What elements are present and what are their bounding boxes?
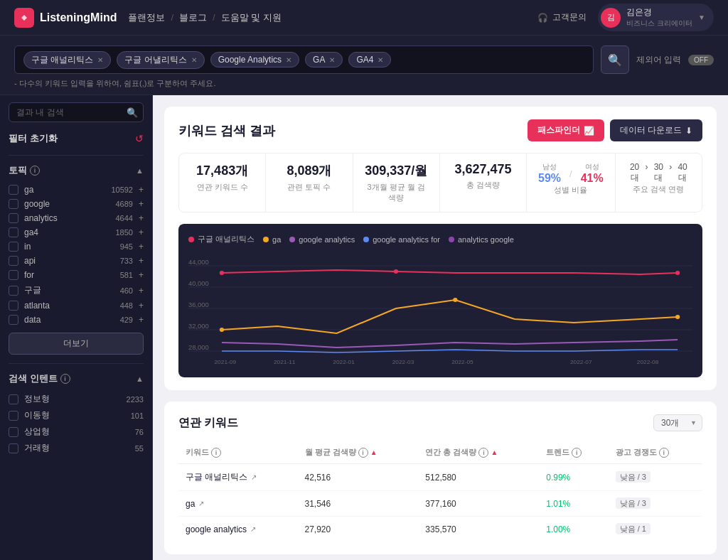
add-icon[interactable]: + <box>139 270 144 280</box>
add-icon[interactable]: + <box>139 242 144 252</box>
topic-checkbox-gugul[interactable] <box>9 286 18 296</box>
intent-name[interactable]: 거래형 <box>24 442 129 454</box>
external-link-icon: ↗ <box>251 473 257 481</box>
toggle-button[interactable]: OFF <box>688 55 714 65</box>
pathfinder-button[interactable]: 패스파인더 📈 <box>528 119 604 141</box>
td-keyword: 구글 애널리틱스 ↗ <box>178 464 298 491</box>
add-icon[interactable]: + <box>139 227 144 237</box>
more-button[interactable]: 더보기 <box>9 333 144 355</box>
chevron-down-icon: ▼ <box>698 14 705 21</box>
logo[interactable]: ListeningMind <box>14 8 117 28</box>
add-icon[interactable]: + <box>139 185 144 195</box>
topic-name[interactable]: ga4 <box>24 227 110 237</box>
table-row: ga ↗ 31,546 377,160 1.01% 낮음 / 3 <box>178 491 702 517</box>
reset-icon[interactable]: ↺ <box>135 133 144 144</box>
topic-item: 구글 460 + <box>9 282 144 298</box>
tag-close-icon[interactable]: ✕ <box>378 56 383 64</box>
tag-close-icon[interactable]: ✕ <box>329 56 335 64</box>
intent-checkbox-nav[interactable] <box>9 411 18 421</box>
add-icon[interactable]: + <box>139 213 144 223</box>
nav-blog[interactable]: 블로그 <box>179 11 207 24</box>
td-annual: 512,580 <box>418 464 539 491</box>
age-sep1: › <box>646 162 648 184</box>
intent-name[interactable]: 정보형 <box>24 393 121 405</box>
stat-label: 연관 키워드 수 <box>191 182 254 193</box>
tag-close-icon[interactable]: ✕ <box>191 56 197 64</box>
topic-checkbox-for[interactable] <box>9 270 18 280</box>
tag-4[interactable]: GA ✕ <box>305 52 343 68</box>
topic-checkbox-in[interactable] <box>9 242 18 252</box>
topic-checkbox-data[interactable] <box>9 315 18 325</box>
topic-checkbox-analytics[interactable] <box>9 213 18 223</box>
th-info-icon[interactable]: i <box>358 448 368 458</box>
customer-button[interactable]: 🎧 고객문의 <box>537 11 587 23</box>
keyword-link[interactable]: ga ↗ <box>186 499 291 509</box>
add-icon[interactable]: + <box>139 301 144 311</box>
th-competition-sort[interactable]: 광고 경쟁도 i <box>616 447 695 458</box>
tag-close-icon[interactable]: ✕ <box>286 56 291 64</box>
th-info-icon[interactable]: i <box>659 448 669 458</box>
topic-name[interactable]: analytics <box>24 213 110 223</box>
count-select[interactable]: 30개 50개 100개 <box>653 414 702 431</box>
results-title: 키워드 검색 결과 <box>178 122 275 139</box>
topic-count: 4689 <box>116 200 133 208</box>
stat-value: 8,089개 <box>277 162 341 179</box>
intent-checkbox-transaction[interactable] <box>9 443 18 453</box>
topics-chevron-icon[interactable]: ▲ <box>136 166 144 175</box>
th-trend-sort[interactable]: 트렌드 i <box>546 447 601 458</box>
intent-name[interactable]: 이동형 <box>24 409 125 421</box>
tag-close-icon[interactable]: ✕ <box>97 56 103 64</box>
topic-checkbox-ga4[interactable] <box>9 227 18 237</box>
topic-item: in 945 + <box>9 239 144 254</box>
add-icon[interactable]: + <box>139 199 144 209</box>
age-label: 주요 검색 연령 <box>627 184 690 195</box>
topic-name[interactable]: api <box>24 256 114 266</box>
svg-point-14 <box>220 328 224 332</box>
keyword-link[interactable]: 구글 애널리틱스 ↗ <box>186 471 291 483</box>
svg-text:2021-11: 2021-11 <box>274 359 296 365</box>
intent-name[interactable]: 상업형 <box>24 426 129 438</box>
tag-1[interactable]: 구글 애널리틱스 ✕ <box>23 51 111 69</box>
add-icon[interactable]: + <box>139 286 144 296</box>
topic-checkbox-atlanta[interactable] <box>9 301 18 311</box>
topic-name[interactable]: in <box>24 242 114 252</box>
add-icon[interactable]: + <box>139 256 144 266</box>
download-button[interactable]: 데이터 다운로드 ⬇ <box>610 119 702 141</box>
intent-checkbox-commercial[interactable] <box>9 427 18 437</box>
divider1 <box>9 155 144 156</box>
th-info-icon[interactable]: i <box>211 448 221 458</box>
topic-name[interactable]: atlanta <box>24 301 114 311</box>
intent-checkbox-info[interactable] <box>9 394 18 404</box>
topic-name[interactable]: data <box>24 315 114 325</box>
tag-2[interactable]: 구글 어낼리틱스 ✕ <box>117 51 204 69</box>
topics-info-icon[interactable]: i <box>30 166 40 176</box>
th-monthly-sort[interactable]: 월 평균 검색량 i ▲ <box>305 447 412 458</box>
topic-count: 10592 <box>111 185 133 194</box>
nav-help[interactable]: 도움말 및 지원 <box>221 11 282 24</box>
th-keyword-sort[interactable]: 키워드 i <box>186 447 291 458</box>
nav-planinfo[interactable]: 플랜정보 <box>128 11 165 24</box>
headphone-icon: 🎧 <box>537 13 548 23</box>
intent-chevron-icon[interactable]: ▲ <box>136 375 144 383</box>
user-badge[interactable]: 김 김은경 비즈니스 크리에이터 ▼ <box>598 4 714 31</box>
tag-5[interactable]: GA4 ✕ <box>348 52 391 68</box>
topic-checkbox-ga[interactable] <box>9 185 18 195</box>
topic-name[interactable]: google <box>24 199 110 209</box>
search-input[interactable] <box>9 102 144 122</box>
tag-3[interactable]: Google Analytics ✕ <box>210 52 299 68</box>
legend-label: ga <box>272 235 281 244</box>
topic-checkbox-api[interactable] <box>9 256 18 266</box>
tags-area[interactable]: 구글 애널리틱스 ✕ 구글 어낼리틱스 ✕ Google Analytics ✕… <box>14 45 594 74</box>
th-info-icon[interactable]: i <box>572 448 582 458</box>
th-annual-sort[interactable]: 연간 총 검색량 i ▲ <box>425 447 532 458</box>
topic-name[interactable]: ga <box>24 185 105 195</box>
topic-name[interactable]: for <box>24 270 114 280</box>
search-button[interactable]: 🔍 <box>601 45 629 74</box>
keyword-link[interactable]: google analytics ↗ <box>186 524 291 534</box>
th-info-icon[interactable]: i <box>478 448 488 458</box>
topic-name[interactable]: 구글 <box>24 284 114 296</box>
topic-checkbox-google[interactable] <box>9 199 18 209</box>
intent-info-icon[interactable]: i <box>60 374 70 384</box>
main-layout: 🔍 필터 초기화 ↺ 토픽 i ▲ ga 10592 + google <box>0 95 728 560</box>
add-icon[interactable]: + <box>139 315 144 325</box>
